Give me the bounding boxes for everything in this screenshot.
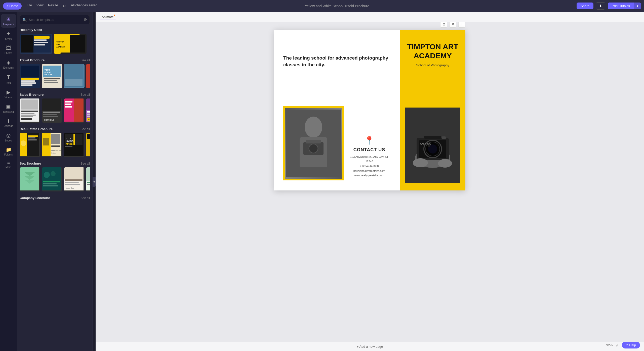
sidebar-item-photos[interactable]: 🖼 Photos (1, 43, 16, 57)
real-estate-see-all[interactable]: See all (80, 127, 90, 131)
template-card[interactable]: Purple Trip (86, 98, 90, 123)
sidebar-item-templates[interactable]: ⊞ Templates (1, 14, 16, 28)
home-button[interactable]: Home (3, 3, 22, 10)
brochure-bottom-section: 📍 CONTACT US 123 Anywhere St., Any City,… (283, 106, 391, 180)
resize-menu[interactable]: Resize (48, 3, 58, 9)
svg-rect-22 (44, 78, 60, 79)
template-card[interactable] (20, 64, 40, 88)
print-button[interactable]: Print Trifolds (608, 3, 634, 9)
section-header-real-estate: Real Estate Brochure See all (20, 127, 90, 131)
sidebar-item-videos[interactable]: ▶ Videos (1, 87, 16, 101)
sidebar-item-text[interactable]: T Text (1, 72, 16, 86)
sidebar-item-more[interactable]: ••• More (1, 159, 16, 171)
search-bar: 🔍 ⚙ (20, 15, 90, 24)
sidebar-item-elements[interactable]: ◈ Elements (1, 58, 16, 71)
svg-rect-35 (21, 116, 33, 117)
expand-button[interactable]: ⤢ (616, 343, 619, 347)
logos-label: Logos (5, 139, 12, 142)
page-add-button[interactable]: + (458, 22, 465, 28)
template-card[interactable] (64, 98, 85, 123)
sidebar-item-styles[interactable]: ✦ Styles (1, 29, 16, 42)
template-card-lotus-spa[interactable]: Lotus Spa (64, 167, 85, 191)
section-header-recently-used: Recently Used (20, 28, 90, 32)
travel-templates-row: YOURGREATESCAPE TRAVEL › (20, 64, 90, 88)
canvas-area: Animate ⊡ ⧉ + The leading school for adv… (96, 12, 644, 351)
svg-point-117 (413, 158, 428, 167)
photo-placeholder (285, 108, 342, 179)
section-sales-brochure: Sales Brochure See all DOMICILE Purple T… (20, 93, 90, 123)
section-title-company: Company Brochure (20, 196, 50, 200)
template-card[interactable] (42, 167, 62, 191)
template-card[interactable]: DOMICILE (42, 98, 62, 123)
page-duplicate-button[interactable]: ⧉ (449, 22, 456, 28)
panel-collapse-button[interactable]: ◀ (93, 177, 96, 187)
canvas-scroll[interactable]: ⊡ ⧉ + The leading school for advanced ph… (96, 22, 644, 342)
print-chevron-button[interactable]: ▾ (634, 3, 641, 9)
search-input[interactable] (29, 18, 82, 22)
travel-see-all[interactable]: See all (80, 59, 90, 62)
svg-rect-51 (87, 114, 90, 115)
svg-rect-73 (65, 146, 72, 147)
sidebar-item-background[interactable]: ▣ Bkground (1, 102, 16, 115)
template-card[interactable]: CITYLIVINGMADE (64, 133, 85, 157)
animate-button[interactable]: Animate (100, 14, 116, 20)
template-card[interactable]: TIMPTONARTACADEMY (54, 34, 87, 54)
svg-rect-28 (86, 64, 90, 87)
template-card[interactable]: Honeora DreamsRetreat (42, 133, 62, 157)
sidebar-item-logos[interactable]: ◎ Logos (1, 130, 16, 144)
page-panel-button[interactable]: ⊡ (440, 22, 447, 28)
svg-text:YOUR: YOUR (45, 69, 50, 71)
filter-icon[interactable]: ⚙ (84, 17, 87, 22)
svg-rect-33 (21, 113, 34, 114)
spa-templates-row: Lotus Spa › (20, 167, 90, 191)
svg-rect-13 (21, 78, 39, 80)
help-icon: ? (626, 343, 628, 347)
page-top-controls: ⊡ ⧉ + (440, 22, 465, 28)
text-label: Text (6, 81, 11, 84)
svg-rect-34 (21, 115, 36, 116)
company-see-all[interactable]: See all (80, 196, 90, 200)
view-menu[interactable]: View (36, 3, 44, 9)
file-menu[interactable]: File (27, 3, 32, 9)
template-card[interactable] (20, 98, 40, 123)
undo-button[interactable]: ↩ (63, 3, 66, 9)
sidebar-item-uploads[interactable]: ⬆ Uploads (1, 116, 16, 129)
template-card[interactable]: AT (86, 133, 90, 157)
folders-label: Folders (4, 153, 13, 156)
document-title: Yellow and White School Trifold Brochure (305, 4, 369, 8)
svg-rect-23 (44, 80, 57, 81)
photographer-photo (283, 106, 344, 180)
add-page-button[interactable]: + Add a new page (357, 345, 383, 348)
svg-rect-60 (28, 139, 37, 140)
template-card[interactable]: TRAVEL (86, 64, 90, 88)
print-button-group: Print Trifolds ▾ (608, 3, 641, 9)
brochure-left-panel: The leading school for advanced photogra… (274, 30, 400, 190)
template-card[interactable] (64, 64, 85, 88)
svg-rect-15 (21, 82, 36, 84)
spa-see-all[interactable]: See all (80, 162, 90, 165)
svg-rect-46 (65, 104, 71, 105)
add-page-bar: + Add a new page (96, 342, 644, 351)
sales-templates-row: DOMICILE Purple Trip › (20, 98, 90, 123)
template-card[interactable] (86, 167, 90, 191)
download-button[interactable]: ⬇ (596, 2, 605, 10)
search-icon: 🔍 (22, 18, 27, 22)
share-button[interactable]: Share (577, 3, 593, 9)
template-card[interactable] (20, 133, 40, 157)
template-card[interactable] (20, 167, 40, 191)
svg-rect-3 (34, 39, 47, 41)
brochure-right-panel: TIMPTON ART ACADEMY School of Photograph… (400, 30, 465, 190)
sales-see-all[interactable]: See all (80, 93, 90, 96)
status-bar: 92% ⤢ ? Help (606, 342, 640, 348)
help-button[interactable]: ? Help (622, 342, 640, 348)
main-layout: ⊞ Templates ✦ Styles 🖼 Photos ◈ Elements… (0, 12, 644, 351)
uploads-label: Uploads (4, 125, 13, 127)
sidebar-item-folders[interactable]: 📁 Folders (1, 145, 16, 158)
template-card[interactable] (20, 34, 52, 54)
template-card-great-escape[interactable]: YOURGREATESCAPE (42, 64, 62, 88)
svg-rect-87 (43, 181, 60, 182)
brochure-tagline-text: The leading school for advanced photogra… (283, 40, 391, 68)
svg-rect-93 (65, 182, 79, 183)
svg-rect-24 (44, 82, 58, 83)
templates-label: Templates (3, 23, 14, 26)
